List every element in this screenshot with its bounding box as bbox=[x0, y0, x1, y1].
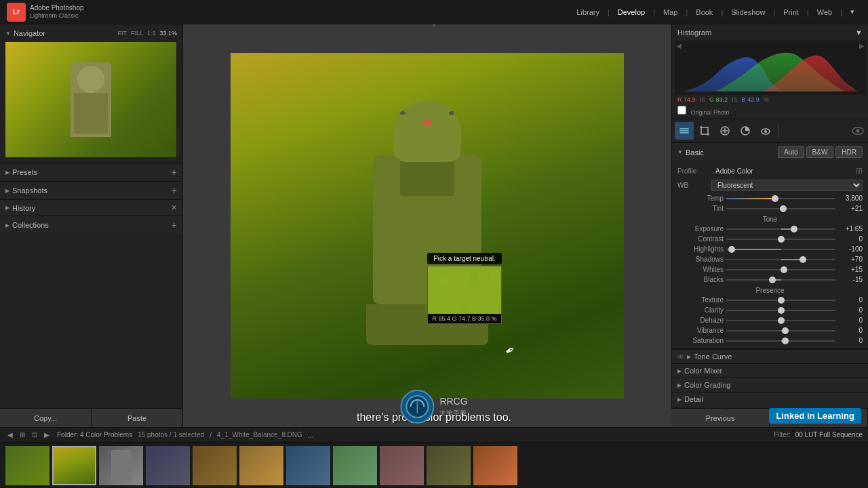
thumbnail-6[interactable] bbox=[239, 446, 283, 485]
color-mixer-section[interactable]: ▶ Color Mixer bbox=[672, 363, 868, 378]
copy-button[interactable]: Copy... bbox=[0, 409, 92, 427]
original-photo-checkbox[interactable]: Original Photo bbox=[675, 106, 865, 116]
blacks-slider-track[interactable] bbox=[726, 279, 835, 281]
nav-grid-btn[interactable]: ⊞ bbox=[18, 430, 27, 439]
clarity-slider-track[interactable] bbox=[726, 310, 835, 311]
presets-header[interactable]: ▶ Presets + bbox=[0, 163, 182, 181]
shadows-slider-track[interactable] bbox=[726, 259, 835, 260]
temp-slider-thumb[interactable] bbox=[772, 195, 778, 202]
thumbnail-4[interactable] bbox=[146, 446, 190, 485]
thumbnail-9[interactable] bbox=[380, 446, 424, 485]
masking-tool[interactable] bbox=[736, 122, 755, 140]
navigator-triangle: ▼ bbox=[5, 30, 11, 37]
exposure-slider-track[interactable] bbox=[726, 228, 835, 230]
before-after-eye[interactable] bbox=[850, 123, 865, 138]
histogram-section: Histogram ▼ ◀ ▶ bbox=[672, 24, 868, 119]
crop-tool[interactable] bbox=[695, 122, 714, 140]
nav-map[interactable]: Map bbox=[656, 5, 684, 19]
detail-section[interactable]: ▶ Detail bbox=[672, 392, 868, 406]
bw-button[interactable]: B&W bbox=[806, 146, 834, 158]
thumbnail-5[interactable] bbox=[193, 446, 237, 485]
nav-print[interactable]: Print bbox=[776, 5, 806, 19]
whites-slider-track[interactable] bbox=[726, 269, 835, 270]
nav-prev-btn[interactable]: ◀ bbox=[5, 430, 15, 439]
histogram-values: R 74.9 IS G 83.2 IS B 42.9 % bbox=[675, 95, 865, 104]
history-triangle: ▶ bbox=[5, 205, 9, 211]
thumbnail-2-selected[interactable] bbox=[52, 446, 96, 485]
histogram-highlight-clipping[interactable]: ▶ bbox=[859, 42, 865, 49]
history-clear-btn[interactable]: ✕ bbox=[171, 203, 177, 212]
highlights-slider-thumb[interactable] bbox=[728, 246, 735, 253]
main-photo[interactable]: ✒ bbox=[231, 53, 624, 399]
previous-button[interactable]: Previous bbox=[671, 409, 770, 427]
texture-slider-track[interactable] bbox=[726, 300, 835, 301]
thumbnail-10[interactable] bbox=[427, 446, 471, 485]
nav-next-btn[interactable]: ▶ bbox=[42, 430, 52, 439]
nav-web[interactable]: Web bbox=[810, 5, 839, 19]
vibrance-slider-thumb[interactable] bbox=[782, 327, 789, 334]
histogram-label: Histogram bbox=[677, 28, 711, 37]
dehaze-slider-track[interactable] bbox=[726, 320, 835, 321]
blacks-slider-thumb[interactable] bbox=[769, 277, 776, 283]
reset-button[interactable]: Reset bbox=[770, 409, 868, 427]
tone-curve-section[interactable]: 👁 ▶ Tone Curve bbox=[672, 349, 868, 363]
navigator-header[interactable]: ▼ Navigator FIT FILL 1:1 33.1% bbox=[0, 27, 182, 39]
saturation-slider-row: Saturation 0 bbox=[677, 336, 863, 346]
shadows-slider-thumb[interactable] bbox=[800, 256, 806, 263]
presets-add-btn[interactable]: + bbox=[172, 167, 177, 178]
nav-loupe-btn[interactable]: ⊡ bbox=[30, 430, 39, 439]
temp-slider-track[interactable] bbox=[726, 198, 835, 199]
basic-corrections-tool[interactable] bbox=[675, 122, 694, 140]
tint-slider-thumb[interactable] bbox=[780, 205, 787, 212]
contrast-slider-thumb[interactable] bbox=[778, 236, 785, 243]
nav-overflow[interactable]: ▾ bbox=[844, 5, 861, 19]
tint-slider-track[interactable] bbox=[726, 208, 835, 209]
collections-add-btn[interactable]: + bbox=[172, 220, 177, 230]
histogram-shadow-clipping[interactable]: ◀ bbox=[676, 42, 682, 49]
basic-panel-header[interactable]: ▼ Basic Auto B&W HDR bbox=[672, 143, 868, 161]
thumbnail-3[interactable] bbox=[99, 446, 143, 485]
nav-library[interactable]: Library bbox=[570, 5, 606, 19]
color-grading-section[interactable]: ▶ Color Grading bbox=[672, 378, 868, 392]
histogram-chevron[interactable]: ▼ bbox=[855, 28, 863, 37]
filmstrip-folder: Folder: 4 Color Problems bbox=[57, 431, 132, 439]
red-eye-tool[interactable] bbox=[756, 122, 775, 140]
whites-value: +15 bbox=[838, 266, 863, 273]
nav-develop[interactable]: Develop bbox=[611, 5, 652, 19]
profile-grid-icon[interactable]: ⊞ bbox=[856, 166, 863, 176]
paste-button[interactable]: Paste bbox=[92, 409, 183, 427]
filmstrip-separator: / bbox=[210, 431, 212, 439]
snapshots-header[interactable]: ▶ Snapshots + bbox=[0, 182, 182, 199]
thumbnail-1[interactable] bbox=[5, 446, 50, 485]
tone-curve-eye[interactable]: 👁 bbox=[677, 353, 684, 361]
highlights-slider-track[interactable] bbox=[726, 249, 835, 250]
exposure-slider-thumb[interactable] bbox=[791, 226, 797, 232]
history-header[interactable]: ▶ History ✕ bbox=[0, 200, 182, 216]
whites-slider-thumb[interactable] bbox=[781, 266, 787, 273]
saturation-slider-thumb[interactable] bbox=[782, 338, 789, 344]
contrast-slider-track[interactable] bbox=[726, 239, 835, 240]
collections-label: Collections bbox=[12, 221, 49, 229]
saturation-slider-track[interactable] bbox=[726, 340, 835, 342]
vibrance-slider-track[interactable] bbox=[726, 330, 835, 331]
healing-tool[interactable] bbox=[715, 122, 734, 140]
basic-panel-label: Basic bbox=[686, 148, 704, 157]
wb-row: WB Fluorescent bbox=[677, 178, 863, 193]
thumbnail-7[interactable] bbox=[286, 446, 330, 485]
nav-slideshow[interactable]: Slideshow bbox=[724, 5, 772, 19]
collections-header[interactable]: ▶ Collections + bbox=[0, 216, 182, 234]
snapshots-add-btn[interactable]: + bbox=[172, 185, 177, 196]
auto-button[interactable]: Auto bbox=[778, 146, 804, 158]
shadows-value: +70 bbox=[838, 256, 863, 263]
dehaze-slider-thumb[interactable] bbox=[778, 317, 785, 324]
loupe-rgb-values: R 65.4 G 74.7 B 35.0 % bbox=[428, 314, 501, 323]
clarity-slider-thumb[interactable] bbox=[778, 307, 785, 314]
texture-slider-thumb[interactable] bbox=[778, 297, 785, 304]
panel-toggle-top[interactable]: ▲ bbox=[431, 22, 437, 28]
wb-select[interactable]: Fluorescent bbox=[711, 180, 863, 191]
tone-curve-label: Tone Curve bbox=[694, 352, 732, 361]
thumbnail-8[interactable] bbox=[333, 446, 377, 485]
thumbnail-11[interactable] bbox=[473, 446, 517, 485]
nav-book[interactable]: Book bbox=[689, 5, 719, 19]
hdr-button[interactable]: HDR bbox=[835, 146, 863, 158]
